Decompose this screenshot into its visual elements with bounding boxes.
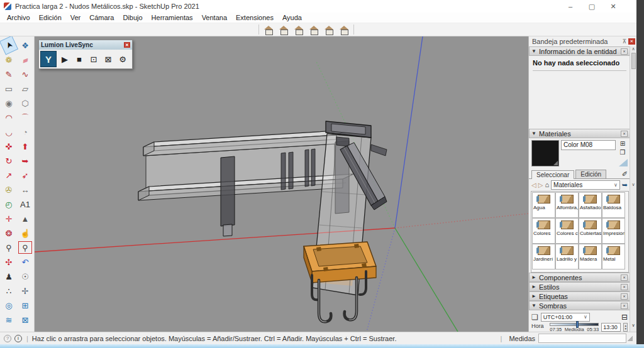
- menu-ver[interactable]: Ver: [66, 13, 86, 23]
- back-view-icon[interactable]: [321, 23, 336, 36]
- section-close-icon[interactable]: ✕: [621, 303, 628, 309]
- geolocation-status-icon[interactable]: ?: [4, 335, 11, 342]
- polygon-tool[interactable]: ⬡: [18, 96, 33, 110]
- camera-move-tool[interactable]: ✢: [18, 284, 33, 298]
- tape-measure-tool[interactable]: ✇: [1, 183, 16, 197]
- shadows-header[interactable]: ▼ Sombras ✕: [529, 301, 630, 310]
- resize-grip[interactable]: [628, 336, 633, 341]
- time-stepper[interactable]: ▴ ▾: [623, 323, 628, 332]
- livesync-stop-button[interactable]: ■: [73, 52, 86, 67]
- expand-arrow-icon[interactable]: ►: [531, 293, 539, 299]
- back-icon[interactable]: ◁: [531, 182, 536, 188]
- sample-paint-triangle-icon[interactable]: [619, 159, 628, 166]
- expand-arrow-icon[interactable]: ►: [531, 284, 539, 290]
- create-material-icon[interactable]: ⊞: [620, 140, 625, 147]
- model-ibeam[interactable]: [138, 130, 353, 200]
- paint-details-icon[interactable]: ❒: [620, 149, 626, 156]
- offset-tool[interactable]: ➶: [18, 168, 33, 182]
- zoom-window-tool[interactable]: ⚲: [18, 241, 33, 254]
- menu-ventana[interactable]: Ventana: [197, 13, 231, 23]
- iso-view-icon[interactable]: [261, 23, 276, 36]
- section-close-icon[interactable]: ✕: [621, 48, 628, 55]
- display-section-fill-tool[interactable]: ⊠: [18, 313, 33, 327]
- material-category-cell[interactable]: Baldosa: [602, 192, 625, 218]
- medidas-input[interactable]: [538, 334, 626, 343]
- make-component-tool[interactable]: ❖: [18, 38, 33, 52]
- collapse-arrow-icon[interactable]: ▼: [531, 303, 539, 308]
- overflow-chevron-icon[interactable]: ∨: [631, 323, 635, 328]
- material-category-cell[interactable]: Colores: [532, 218, 555, 244]
- zoom-extents-tool[interactable]: ✣: [1, 255, 16, 269]
- section-close-icon[interactable]: ✕: [621, 293, 628, 300]
- time-slider-thumb[interactable]: [576, 321, 579, 328]
- lumion-close-icon[interactable]: ✕: [124, 42, 130, 48]
- stepper-down-icon[interactable]: ▾: [625, 327, 626, 330]
- section-componentes[interactable]: ► Componentes ✕: [529, 273, 630, 282]
- zoom-previous-tool[interactable]: ↶: [18, 255, 33, 269]
- material-name-field[interactable]: Color M08: [561, 140, 616, 150]
- forward-icon[interactable]: ▷: [538, 182, 543, 188]
- livesync-end-button[interactable]: ⊠: [102, 52, 114, 67]
- material-category-cell[interactable]: Metal: [602, 244, 625, 269]
- rotate-tool[interactable]: ↻: [1, 154, 16, 168]
- menu-archivo[interactable]: Archivo: [3, 13, 35, 23]
- shadow-toggle-icon[interactable]: ❏: [531, 313, 538, 322]
- material-category-cell[interactable]: Impresión: [602, 218, 625, 244]
- home-icon[interactable]: ⌂: [545, 181, 549, 188]
- livesync-export-button[interactable]: ⊡: [87, 52, 100, 67]
- entity-info-header[interactable]: ▼ Información de la entidad ✕: [529, 46, 630, 56]
- pin-icon[interactable]: ⊼: [620, 38, 628, 45]
- display-section-cuts-tool[interactable]: ≋: [1, 313, 16, 327]
- current-material-swatch[interactable]: [531, 140, 559, 166]
- text-tool[interactable]: A1: [18, 197, 33, 211]
- tab-edicion[interactable]: Edición: [575, 170, 606, 178]
- orbit-tool[interactable]: ❂: [1, 226, 16, 240]
- material-category-cell[interactable]: Ladrillo y: [555, 244, 579, 269]
- two-point-arc-tool[interactable]: ⌒: [18, 111, 33, 124]
- model-viewport[interactable]: Lumion LiveSync ✕ Y▶■⊡⊠⚙: [35, 36, 528, 332]
- menu-ayuda[interactable]: Ayuda: [278, 13, 306, 23]
- move-tool[interactable]: ✜: [1, 139, 16, 153]
- rectangle-tool[interactable]: ▭: [1, 82, 16, 95]
- time-slider[interactable]: 07:35 Mediodía 05:33: [550, 323, 599, 332]
- section-close-icon[interactable]: ✕: [621, 284, 628, 290]
- push-pull-tool[interactable]: ⬆: [18, 139, 33, 153]
- menu-dibujo[interactable]: Dibujo: [118, 13, 147, 23]
- tray-scrollbar[interactable]: ∧ ∨ ∨: [630, 46, 636, 332]
- protractor-tool[interactable]: ◴: [1, 197, 16, 211]
- close-button[interactable]: ✕: [602, 0, 624, 13]
- material-category-cell[interactable]: Jardinerí: [532, 244, 555, 269]
- display-section-planes-tool[interactable]: ⊞: [18, 298, 33, 312]
- material-category-cell[interactable]: Agua: [532, 192, 555, 218]
- material-category-cell[interactable]: Asfaltado: [579, 192, 602, 218]
- expand-arrow-icon[interactable]: ►: [531, 275, 539, 280]
- scale-tool[interactable]: ↗: [1, 168, 16, 182]
- time-value-field[interactable]: 13:30: [601, 323, 621, 332]
- section-estilos[interactable]: ► Estilos ✕: [529, 282, 630, 291]
- section-etiquetas[interactable]: ► Etiquetas ✕: [529, 291, 630, 301]
- three-d-text-tool[interactable]: ▲: [18, 212, 33, 226]
- dimension-tool[interactable]: ↔: [18, 183, 33, 197]
- material-category-cell[interactable]: Madera: [579, 244, 602, 269]
- section-close-icon[interactable]: ✕: [621, 275, 628, 281]
- steel-node-model[interactable]: [138, 121, 387, 322]
- walk-tool[interactable]: ∴: [1, 284, 16, 298]
- arc-tool[interactable]: ◠: [1, 111, 16, 124]
- timezone-dropdown[interactable]: UTC+01:00 ∨: [541, 313, 590, 322]
- viewport-canvas[interactable]: [35, 36, 528, 332]
- zoom-tool[interactable]: ⚲: [1, 241, 16, 254]
- section-plane-tool[interactable]: ◎: [1, 298, 16, 312]
- material-category-cell[interactable]: Cubiertas: [579, 218, 602, 244]
- livesync-settings-button[interactable]: ⚙: [116, 52, 129, 67]
- rotated-rectangle-tool[interactable]: ▱: [18, 82, 33, 95]
- position-camera-tool[interactable]: ♟: [1, 269, 16, 283]
- livesync-play-button[interactable]: ▶: [58, 52, 71, 67]
- scroll-up-icon[interactable]: ∧: [631, 46, 635, 52]
- material-category-cell[interactable]: Alfombra,: [555, 192, 579, 218]
- right-view-icon[interactable]: [306, 23, 321, 36]
- tray-close-icon[interactable]: ✕: [628, 38, 635, 45]
- top-view-icon[interactable]: [276, 23, 291, 36]
- menu-camara[interactable]: Cámara: [85, 13, 118, 23]
- paint-bucket-tool[interactable]: ❁: [1, 53, 16, 67]
- materials-header[interactable]: ▼ Materiales ✕: [529, 129, 630, 138]
